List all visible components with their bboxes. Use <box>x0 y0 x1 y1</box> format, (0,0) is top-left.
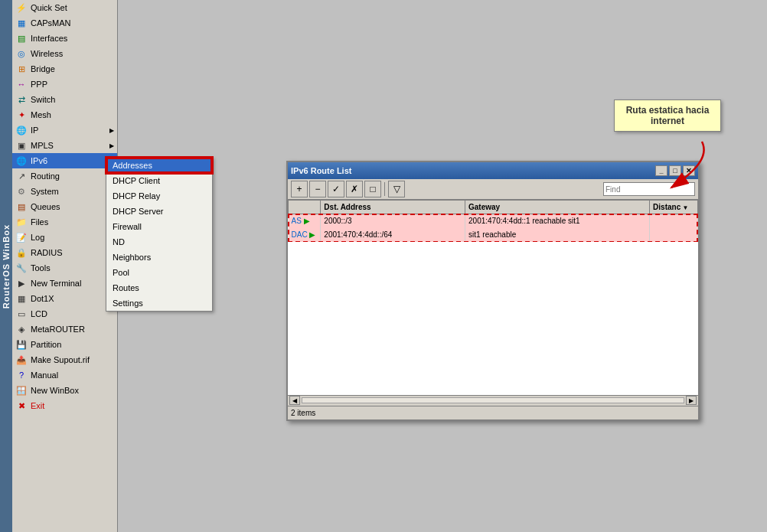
add-button[interactable]: + <box>291 181 308 197</box>
sidebar: ⚡ Quick Set ▦ CAPsMAN ▤ Interfaces ◎ Wir… <box>12 0 118 532</box>
check-button[interactable]: ✓ <box>328 181 344 197</box>
col-gateway[interactable]: Gateway <box>465 201 650 214</box>
sidebar-item-ip[interactable]: 🌐 IP <box>12 122 117 138</box>
scroll-left-button[interactable]: ◀ <box>289 396 300 405</box>
sidebar-item-ppp[interactable]: ↔ PPP <box>12 77 117 92</box>
scroll-right-button[interactable]: ▶ <box>686 396 697 405</box>
row-gateway-2: sit1 reachable <box>465 228 650 242</box>
toolbar-separator <box>384 182 385 196</box>
sidebar-item-exit[interactable]: ✖ Exit <box>12 398 117 413</box>
sidebar-item-lcd[interactable]: ▭ LCD <box>12 306 117 321</box>
route-scrollbar: ◀ ▶ <box>288 395 698 406</box>
sidebar-item-new-winbox[interactable]: 🪟 New WinBox <box>12 383 117 398</box>
ipv6-submenu: Addresses DHCP Client DHCP Relay DHCP Se… <box>106 157 213 312</box>
interfaces-icon: ▤ <box>15 32 28 44</box>
submenu-item-addresses[interactable]: Addresses <box>106 158 212 173</box>
sidebar-item-bridge[interactable]: ⊞ Bridge <box>12 61 117 77</box>
radius-icon: 🔒 <box>15 246 28 259</box>
row-dst-2: 2001:470:4:4dd::/64 <box>321 228 465 242</box>
scroll-track[interactable] <box>302 397 684 403</box>
submenu-item-nd[interactable]: ND <box>106 234 212 250</box>
newwinbox-icon: 🪟 <box>15 384 28 397</box>
col-type[interactable] <box>289 201 321 214</box>
mpls-icon: ▣ <box>15 139 28 152</box>
sidebar-item-files[interactable]: 📁 Files <box>12 214 117 230</box>
sidebar-item-make-supout[interactable]: 📤 Make Supout.rif <box>12 352 117 367</box>
filter-button[interactable]: ▽ <box>388 181 405 197</box>
sidebar-item-mpls[interactable]: ▣ MPLS <box>12 138 117 153</box>
system-icon: ⚙ <box>15 185 28 197</box>
switch-icon: ⇄ <box>15 93 28 106</box>
sidebar-item-routing[interactable]: ↗ Routing <box>12 168 117 184</box>
submenu-item-dhcp-client[interactable]: DHCP Client <box>106 173 212 188</box>
sidebar-item-queues[interactable]: ▤ Queues <box>12 199 117 214</box>
dot1x-icon: ▦ <box>15 292 28 305</box>
row-type-1: AS ▶ <box>289 214 321 228</box>
capsman-icon: ▦ <box>15 17 28 29</box>
sidebar-item-dot1x[interactable]: ▦ Dot1X <box>12 291 117 306</box>
quickset-icon: ⚡ <box>15 2 28 14</box>
ppp-icon: ↔ <box>15 78 28 90</box>
metarouter-icon: ◈ <box>15 323 28 335</box>
sidebar-item-log[interactable]: 📝 Log <box>12 230 117 245</box>
sidebar-item-wireless[interactable]: ◎ Wireless <box>12 46 117 61</box>
mesh-icon: ✦ <box>15 109 28 121</box>
sidebar-item-capsman[interactable]: ▦ CAPsMAN <box>12 15 117 31</box>
sidebar-item-mesh[interactable]: ✦ Mesh <box>12 107 117 122</box>
ipv6-icon: 🌐 <box>15 155 28 167</box>
route-window: IPv6 Route List _ □ ✕ + − ✓ ✗ □ ▽ Dst. A… <box>286 161 700 421</box>
queues-icon: ▤ <box>15 201 28 213</box>
sidebar-item-system[interactable]: ⚙ System <box>12 184 117 199</box>
submenu-item-routes[interactable]: Routes <box>106 280 212 295</box>
files-icon: 📁 <box>15 216 28 228</box>
remove-button[interactable]: − <box>309 181 326 197</box>
partition-icon: 💾 <box>15 338 28 351</box>
row-distance-1 <box>650 214 698 228</box>
row-type-2: DAC ▶ <box>289 228 321 242</box>
submenu-item-neighbors[interactable]: Neighbors <box>106 250 212 265</box>
ip-icon: 🌐 <box>15 124 28 136</box>
route-window-titlebar[interactable]: IPv6 Route List _ □ ✕ <box>288 162 698 179</box>
wireless-icon: ◎ <box>15 47 28 60</box>
col-dst-address[interactable]: Dst. Address <box>321 201 465 214</box>
exit-icon: ✖ <box>15 400 28 412</box>
cross-button[interactable]: ✗ <box>346 181 363 197</box>
sidebar-item-switch[interactable]: ⇄ Switch <box>12 92 117 107</box>
make-icon: 📤 <box>15 354 28 366</box>
table-row[interactable]: AS ▶ 2000::/3 2001:470:4:4dd::1 reachabl… <box>289 214 698 228</box>
submenu-item-firewall[interactable]: Firewall <box>106 219 212 234</box>
sidebar-item-metarouter[interactable]: ◈ MetaROUTER <box>12 321 117 337</box>
row-dst-1: 2000::/3 <box>321 214 465 228</box>
table-empty-space <box>288 242 698 395</box>
row-distance-2 <box>650 228 698 242</box>
sidebar-item-new-terminal[interactable]: ▶ New Terminal <box>12 276 117 291</box>
submenu-item-dhcp-server[interactable]: DHCP Server <box>106 204 212 219</box>
col-distance[interactable]: Distanc <box>650 201 698 214</box>
sidebar-item-manual[interactable]: ? Manual <box>12 367 117 383</box>
submenu-item-dhcp-relay[interactable]: DHCP Relay <box>106 188 212 204</box>
row-gateway-1: 2001:470:4:4dd::1 reachable sit1 <box>465 214 650 228</box>
submenu-item-pool[interactable]: Pool <box>106 265 212 280</box>
winbox-label: RouterOS WinBox <box>0 0 12 532</box>
tools-icon: 🔧 <box>15 262 28 274</box>
sidebar-item-partition[interactable]: 💾 Partition <box>12 337 117 352</box>
manual-icon: ? <box>15 369 28 381</box>
copy-button[interactable]: □ <box>364 181 381 197</box>
sidebar-item-ipv6[interactable]: 🌐 IPv6 <box>12 153 117 168</box>
bridge-icon: ⊞ <box>15 63 28 75</box>
route-table: Dst. Address Gateway Distanc AS ▶ 2000::… <box>288 200 698 242</box>
terminal-icon: ▶ <box>15 277 28 289</box>
sidebar-item-interfaces[interactable]: ▤ Interfaces <box>12 31 117 46</box>
route-statusbar: 2 items <box>288 406 698 419</box>
sidebar-item-quickset[interactable]: ⚡ Quick Set <box>12 0 117 15</box>
table-row[interactable]: DAC ▶ 2001:470:4:4dd::/64 sit1 reachable <box>289 228 698 242</box>
log-icon: 📝 <box>15 231 28 243</box>
sidebar-item-radius[interactable]: 🔒 RADIUS <box>12 245 117 260</box>
lcd-icon: ▭ <box>15 308 28 320</box>
submenu-item-settings[interactable]: Settings <box>106 295 212 311</box>
callout-tooltip: Ruta estatica hacia internet <box>614 100 721 132</box>
routing-icon: ↗ <box>15 170 28 182</box>
table-header-row: Dst. Address Gateway Distanc <box>289 201 698 214</box>
route-toolbar: + − ✓ ✗ □ ▽ <box>288 179 698 200</box>
sidebar-item-tools[interactable]: 🔧 Tools <box>12 260 117 276</box>
